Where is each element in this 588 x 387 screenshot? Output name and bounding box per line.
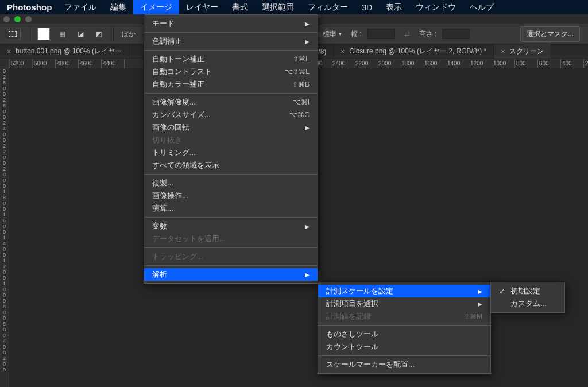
ruler-tick: 0 [0, 177, 9, 183]
menu-separator [144, 50, 318, 51]
menu-image[interactable]: イメージ [133, 0, 179, 14]
ruler-tick: 0 [0, 246, 9, 252]
analysis-menu-item[interactable]: ものさしツール [318, 328, 490, 340]
ruler-tick: 0 [0, 344, 9, 350]
ruler-tick: 1 [0, 235, 9, 241]
image-menu-item[interactable]: トリミング... [144, 146, 318, 159]
menu-shortcut: ⇧⌘B [292, 80, 310, 88]
fill-swatch[interactable] [37, 28, 50, 40]
mode-dropdown[interactable]: 標準 ▾ [319, 28, 345, 40]
menu-item-label: カンバスサイズ... [152, 110, 211, 120]
analysis-menu-item[interactable]: カウントツール [318, 340, 490, 353]
ruler-tick: 6 [0, 321, 9, 327]
current-tool-icon[interactable] [5, 28, 21, 40]
tab-doc-1[interactable]: × button.001.png @ 100% (レイヤー [0, 44, 129, 59]
image-menu-item: データセットを適用... [144, 233, 318, 245]
submenu-arrow-icon: ▶ [305, 223, 310, 230]
menu-type[interactable]: 書式 [225, 0, 255, 14]
menu-item-label: トリミング... [152, 148, 196, 158]
analysis-menu-item[interactable]: 計測項目を選択▶ [318, 297, 490, 310]
image-menu-item[interactable]: 解析▶ [144, 268, 318, 281]
menu-filter[interactable]: フィルター [301, 0, 355, 14]
image-menu-item[interactable]: モード▶ [144, 17, 318, 30]
image-menu-item[interactable]: 画像の回転▶ [144, 121, 318, 134]
image-menu-item[interactable]: 変数▶ [144, 220, 318, 233]
menu-item-label: 計測スケールを設定 [326, 286, 393, 296]
menu-separator [318, 355, 490, 356]
menu-layer[interactable]: レイヤー [179, 0, 225, 14]
close-icon[interactable]: × [501, 48, 505, 56]
ruler-tick: 0 [0, 275, 9, 281]
image-menu-item[interactable]: 自動コントラスト⌥⇧⌘L [144, 65, 318, 78]
width-label: 幅 : [351, 29, 362, 39]
image-menu-item[interactable]: 色調補正▶ [144, 35, 318, 48]
menu-item-label: モード [152, 18, 175, 29]
ruler-tick: 0 [0, 206, 9, 212]
menu-separator [318, 325, 490, 326]
menu-select[interactable]: 選択範囲 [255, 0, 301, 14]
menu-item-label: 初期設定 [510, 286, 540, 296]
menu-window[interactable]: ウィンドウ [409, 0, 463, 14]
menu-view[interactable]: 表示 [379, 0, 409, 14]
tab-doc-3[interactable]: × Closure.png @ 100% (レイヤー 2, RGB/8*) * [334, 44, 494, 59]
menu-item-label: ものさしツール [326, 329, 378, 339]
select-and-mask-button[interactable]: 選択とマスク... [520, 26, 580, 42]
ruler-tick: 0 [0, 252, 9, 258]
menu-item-label: トラッピング... [152, 251, 203, 262]
traffic-max[interactable] [25, 16, 32, 22]
ruler-tick: 0 [0, 137, 9, 143]
menu-item-label: 演算... [152, 203, 173, 214]
image-menu-item[interactable]: すべての領域を表示 [144, 159, 318, 172]
analysis-menu-item[interactable]: スケールマーカーを配置... [318, 358, 490, 371]
image-menu-item[interactable]: 演算... [144, 202, 318, 215]
menu-help[interactable]: ヘルプ [463, 0, 501, 14]
ruler-tick: 1 [0, 258, 9, 264]
image-menu-item[interactable]: カンバスサイズ...⌥⌘C [144, 109, 318, 121]
image-menu-item[interactable]: 自動トーン補正⇧⌘L [144, 53, 318, 65]
image-menu-item[interactable]: 複製... [144, 177, 318, 189]
ruler-tick: 0 [0, 91, 9, 97]
ruler-tick: 0 [0, 229, 9, 235]
width-input[interactable] [368, 29, 395, 39]
traffic-close[interactable] [3, 16, 10, 22]
height-input[interactable] [442, 29, 470, 39]
tab-doc-4[interactable]: × スクリーン [494, 44, 551, 59]
menu-item-label: カウントツール [326, 342, 378, 352]
measurement-scale-submenu: ✓初期設定カスタム... [490, 282, 565, 313]
ruler-tick: 0 [0, 327, 9, 332]
close-icon[interactable]: × [7, 48, 11, 56]
menu-separator [144, 174, 318, 175]
menu-edit[interactable]: 編集 [103, 0, 133, 14]
ruler-tick: 200 [583, 59, 588, 68]
menu-item-label: 画像操作... [152, 191, 188, 201]
ruler-tick: 0 [0, 269, 9, 275]
image-menu-item[interactable]: 自動カラー補正⇧⌘B [144, 78, 318, 91]
menu-item-label: すべての領域を表示 [152, 160, 219, 171]
submenu-arrow-icon: ▶ [305, 38, 310, 45]
submenu-arrow-icon: ▶ [305, 125, 310, 131]
image-menu-item[interactable]: 画像操作... [144, 189, 318, 202]
ruler-tick: 0 [0, 200, 9, 206]
swap-icon[interactable]: ⇄ [401, 28, 413, 40]
ruler-tick: 0 [0, 361, 9, 367]
selection-add-icon[interactable]: ◪ [74, 28, 87, 40]
menu-item-label: 画像解像度... [152, 97, 196, 107]
check-icon: ✓ [499, 287, 506, 296]
selection-subtract-icon[interactable]: ◩ [92, 28, 105, 40]
menu-item-label: データセットを適用... [152, 234, 226, 244]
image-menu-item[interactable]: 画像解像度...⌥⌘I [144, 96, 318, 109]
menu-separator [144, 93, 318, 94]
menu-file[interactable]: ファイル [57, 0, 103, 14]
menu-item-label: 切り抜き [152, 135, 182, 145]
selection-new-icon[interactable]: ▦ [56, 28, 68, 40]
ruler-tick: 8 [0, 195, 9, 200]
ruler-tick: 5000 [32, 59, 55, 68]
analysis-menu-item[interactable]: 計測スケールを設定▶ [318, 285, 490, 297]
traffic-min[interactable] [14, 16, 21, 22]
scale-item[interactable]: ✓初期設定 [491, 285, 564, 297]
scale-item[interactable]: カスタム... [491, 297, 564, 310]
menu-3d[interactable]: 3D [355, 0, 379, 14]
close-icon[interactable]: × [341, 48, 345, 56]
ruler-corner [0, 59, 9, 68]
ruler-tick: 0 [0, 315, 9, 321]
